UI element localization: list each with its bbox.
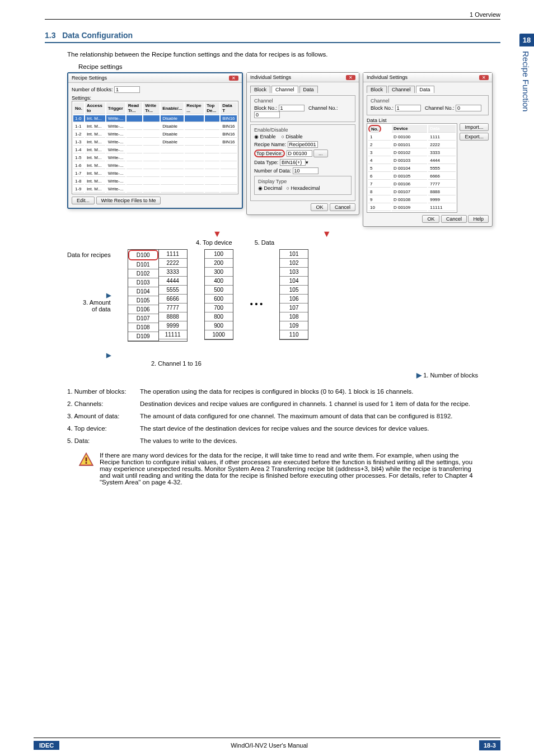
col-header: Trigger: [106, 102, 125, 114]
data-cell: 400: [205, 277, 233, 286]
table-row[interactable]: 1-1Int. M...Write-...DisableBIN16: [73, 123, 237, 130]
data-cell: 500: [205, 286, 233, 295]
ok-button[interactable]: OK: [422, 215, 439, 223]
num-blocks-label: Number of Blocks:: [72, 87, 113, 92]
hex-label: Hexadecimal: [291, 185, 320, 191]
data-cell: D109: [128, 332, 158, 341]
table-row[interactable]: 5D 001045555: [368, 165, 456, 172]
arrow-icon: ▼: [213, 229, 222, 239]
table-row[interactable]: 1-7Int. M...Write-...: [73, 170, 237, 177]
enable-radio[interactable]: ◉ Enable: [254, 134, 276, 139]
table-row[interactable]: 9D 001089999: [368, 197, 456, 203]
cancel-button[interactable]: Cancel: [330, 203, 355, 211]
chno-input[interactable]: 0: [456, 105, 481, 111]
browse-button[interactable]: ...: [313, 150, 328, 157]
edit-button[interactable]: Edit...: [72, 197, 95, 204]
blockno-input[interactable]: 1: [279, 105, 305, 111]
data-cell: 700: [205, 304, 233, 312]
data-cell: 900: [205, 321, 233, 330]
close-icon[interactable]: ✕: [479, 75, 489, 80]
export-button[interactable]: Export...: [460, 133, 489, 141]
import-button[interactable]: Import...: [460, 123, 489, 131]
tab-block[interactable]: Block: [367, 86, 387, 93]
cancel-button[interactable]: Cancel: [441, 215, 467, 223]
col-no: No.: [368, 125, 381, 133]
decimal-radio[interactable]: ◉ Decimal: [258, 185, 282, 191]
numdata-input[interactable]: 10: [293, 167, 318, 174]
datatype-select[interactable]: BIN16(+): [280, 159, 306, 166]
data-cell: 200: [205, 259, 233, 268]
chapter-badge: 18: [519, 34, 534, 46]
table-row[interactable]: 1-4Int. M...Write-...: [73, 147, 237, 153]
table-row[interactable]: 1-2Int. M...Write-...DisableBIN16: [73, 131, 237, 138]
col-device: Device: [392, 125, 427, 133]
table-row[interactable]: 6D 001056666: [368, 173, 456, 180]
table-row[interactable]: 1-5Int. M...Write-...: [73, 155, 237, 161]
table-row[interactable]: 2D 001012222: [368, 142, 456, 148]
table-row[interactable]: 10D 0010911111: [368, 204, 456, 211]
num-blocks-input[interactable]: 1: [114, 86, 140, 93]
table-row[interactable]: 1-3Int. M...Write-...DisableBIN16: [73, 139, 237, 146]
data-cell: 2222: [159, 259, 187, 268]
chno-input[interactable]: 0: [254, 111, 280, 118]
section-num: 1.3: [45, 31, 55, 40]
datatype-label: Data Type:: [254, 160, 278, 165]
blocks-label: 1. Number of blocks: [423, 372, 478, 379]
data-cell: 300: [205, 268, 233, 277]
definition-term: 5. Data:: [67, 437, 140, 444]
amount-label: 3. Amount of data: [67, 299, 111, 312]
table-row[interactable]: 1-0Int. M...Write-...DisableBIN16: [73, 115, 237, 122]
chno-label: Channel No.:: [308, 105, 338, 111]
table-row[interactable]: 1-6Int. M...Write-...: [73, 162, 237, 169]
data-cell: D106: [128, 305, 158, 314]
data-cell: 102: [280, 259, 308, 268]
decimal-label: Decimal: [264, 185, 283, 191]
channel-arrow: ▶: [67, 352, 111, 359]
tab-data[interactable]: Data: [299, 86, 318, 93]
hex-radio[interactable]: ○ Hexadecimal: [287, 185, 320, 191]
header-overview: 1 Overview: [45, 11, 500, 20]
disable-label: Disable: [286, 134, 303, 139]
annot-topdevice: 4. Top device: [196, 239, 232, 246]
data-cell: 105: [280, 286, 308, 295]
intro-text: The relationship between the Recipe func…: [67, 51, 500, 58]
table-row[interactable]: 1D 001001111: [368, 134, 456, 141]
close-icon[interactable]: ✕: [346, 75, 355, 80]
data-cell: 104: [280, 277, 308, 286]
ok-button[interactable]: OK: [311, 203, 328, 211]
close-icon[interactable]: ✕: [229, 76, 238, 81]
channel-label: 2. Channel 1 to 16: [151, 360, 500, 367]
help-button[interactable]: Help: [468, 215, 489, 223]
data-cell: D105: [128, 296, 158, 305]
dialog-individual-data: Individual Settings ✕ Block Channel Data…: [363, 72, 493, 227]
svg-rect-3: [86, 462, 87, 464]
table-row[interactable]: 3D 001023333: [368, 150, 456, 156]
tab-data[interactable]: Data: [416, 86, 434, 93]
recipename-input[interactable]: Recipe0001: [288, 141, 318, 148]
definition-desc: Destination devices and recipe values ar…: [140, 400, 500, 407]
data-list-table[interactable]: No. Device Data 1D 0010011112D 001012222…: [367, 123, 457, 213]
definition-desc: The start device of the destination devi…: [140, 425, 500, 432]
data-cell: 9999: [159, 321, 187, 330]
disable-radio[interactable]: ○ Disable: [282, 134, 303, 139]
settings-label: Settings:: [72, 95, 238, 101]
tab-channel[interactable]: Channel: [271, 86, 298, 93]
table-row[interactable]: 7D 001067777: [368, 181, 456, 188]
table-row[interactable]: 4D 001034444: [368, 157, 456, 164]
data-cell: 100: [205, 250, 233, 259]
tab-channel[interactable]: Channel: [388, 86, 415, 93]
data-cell: 103: [280, 268, 308, 277]
topdevice-input[interactable]: D 00100: [287, 150, 312, 157]
table-row[interactable]: 1-9Int. M...Write-...: [73, 186, 237, 193]
enable-group: Enable/Disable: [254, 127, 352, 133]
settings-table[interactable]: No.Access toTriggerRead Tr...Write Tr...…: [72, 101, 238, 194]
definition-desc: The amount of data configured for one ch…: [140, 413, 500, 419]
blockno-input[interactable]: 1: [395, 105, 421, 111]
table-row[interactable]: 8D 001078888: [368, 189, 456, 195]
col-header: Recipe ...: [185, 102, 204, 114]
col-header: Top De...: [205, 102, 219, 114]
data-cell: D102: [128, 269, 158, 278]
tab-block[interactable]: Block: [250, 86, 270, 93]
table-row[interactable]: 1-8Int. M...Write-...: [73, 178, 237, 185]
write-files-button[interactable]: Write Recipe Files to Me: [96, 197, 161, 204]
